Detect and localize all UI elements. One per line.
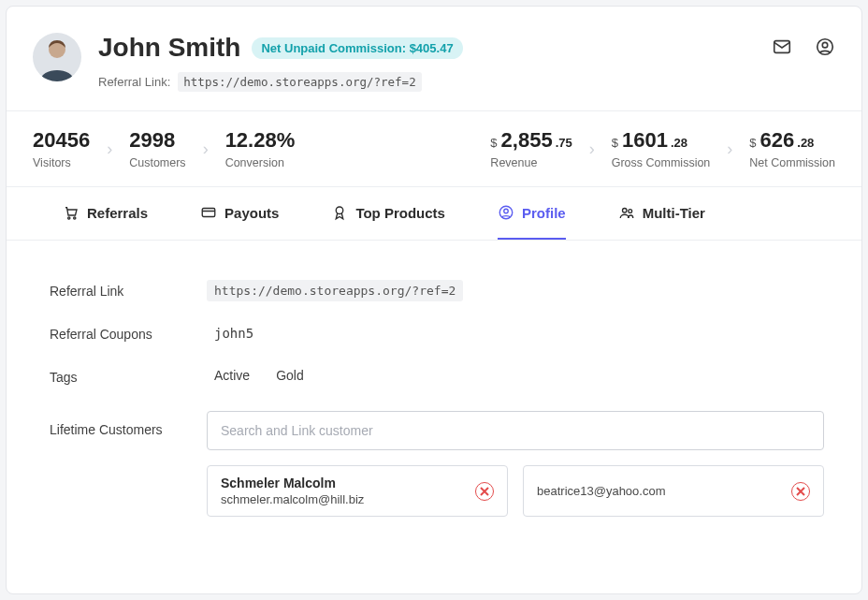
row-tags: Tags Active Gold: [50, 355, 824, 398]
customer-info: Schmeler Malcolm schmeler.malcolm@hill.b…: [221, 476, 364, 506]
tab-label: Top Products: [355, 205, 445, 221]
search-customer-input[interactable]: [207, 411, 824, 450]
stat-label: Net Commission: [749, 156, 835, 169]
award-icon: [331, 204, 348, 221]
card-icon: [200, 204, 217, 221]
header-actions: [772, 33, 835, 57]
stat-customers: 2998 Customers: [129, 128, 185, 169]
cart-icon: [63, 204, 80, 221]
tag: Gold: [276, 368, 304, 383]
stat-label: Revenue: [490, 156, 571, 169]
user-circle-icon[interactable]: [815, 37, 835, 57]
amount: 2,855: [501, 128, 553, 153]
field-label: Tags: [50, 368, 199, 385]
avatar: [33, 33, 81, 81]
stat-value: $ 2,855 .75: [490, 128, 571, 153]
currency: $: [490, 136, 497, 150]
stat-group-right: $ 2,855 .75 Revenue › $ 1601 .28 Gross C…: [490, 128, 835, 169]
row-referral-coupons: Referral Coupons john5: [50, 312, 824, 355]
svg-point-4: [822, 42, 828, 48]
stat-value: 12.28%: [225, 128, 296, 153]
tab-multi-tier[interactable]: Multi-Tier: [618, 187, 705, 240]
svg-point-12: [629, 210, 632, 213]
affiliate-profile-card: John Smith Net Unpaid Commission: $405.4…: [6, 6, 862, 594]
stat-value: 2998: [129, 128, 185, 153]
stat-revenue: $ 2,855 .75 Revenue: [490, 128, 571, 169]
amount: 1601: [622, 128, 668, 153]
customer-card-list: Schmeler Malcolm schmeler.malcolm@hill.b…: [207, 465, 824, 517]
field-label: Referral Coupons: [50, 325, 199, 342]
title-row: John Smith Net Unpaid Commission: $405.4…: [98, 33, 772, 63]
tab-label: Multi-Tier: [643, 205, 705, 221]
stat-visitors: 20456 Visitors: [33, 128, 90, 169]
tab-label: Profile: [522, 205, 566, 221]
profile-body: Referral Link https://demo.storeapps.org…: [7, 241, 861, 563]
user-circle-icon: [498, 204, 514, 221]
stat-net-commission: $ 626 .28 Net Commission: [749, 128, 835, 169]
customer-email: beatrice13@yahoo.com: [537, 480, 666, 502]
field-label: Lifetime Customers: [50, 411, 199, 437]
currency: $: [749, 136, 756, 150]
customer-email: schmeler.malcolm@hill.biz: [221, 492, 364, 506]
stat-conversion: 12.28% Conversion: [225, 128, 296, 169]
svg-point-6: [74, 217, 76, 219]
referral-link-value[interactable]: https://demo.storeapps.org/?ref=2: [178, 72, 421, 92]
stat-value: $ 626 .28: [749, 128, 835, 153]
field-label: Referral Link: [50, 282, 199, 299]
svg-rect-7: [202, 209, 215, 217]
referral-link-label: Referral Link:: [98, 75, 170, 89]
decimals: .28: [797, 136, 814, 150]
svg-point-8: [337, 207, 344, 214]
tag-list: Active Gold: [214, 368, 824, 383]
team-icon: [618, 204, 635, 221]
stat-value: 20456: [33, 128, 90, 153]
tabs: Referrals Payouts Top Products Profile M…: [7, 187, 861, 241]
amount: 626: [760, 128, 795, 153]
currency: $: [612, 136, 618, 150]
stat-label: Customers: [129, 156, 185, 169]
customer-card: Schmeler Malcolm schmeler.malcolm@hill.b…: [207, 465, 508, 517]
unpaid-commission-badge: Net Unpaid Commission: $405.47: [252, 37, 462, 59]
svg-point-5: [68, 217, 70, 219]
decimals: .28: [671, 136, 687, 150]
stat-value: $ 1601 .28: [612, 128, 711, 153]
header-main: John Smith Net Unpaid Commission: $405.4…: [98, 33, 772, 92]
tab-payouts[interactable]: Payouts: [200, 187, 279, 240]
referral-link-row: Referral Link: https://demo.storeapps.or…: [98, 72, 772, 92]
stats-row: 20456 Visitors › 2998 Customers › 12.28%…: [7, 111, 861, 187]
tab-top-products[interactable]: Top Products: [331, 187, 445, 240]
tab-profile[interactable]: Profile: [498, 187, 566, 240]
row-referral-link: Referral Link https://demo.storeapps.org…: [50, 269, 824, 312]
svg-point-10: [504, 209, 509, 213]
stat-group-left: 20456 Visitors › 2998 Customers › 12.28%…: [33, 128, 295, 169]
stat-gross-commission: $ 1601 .28 Gross Commission: [612, 128, 711, 169]
tag: Active: [214, 368, 250, 383]
stat-label: Conversion: [225, 156, 296, 169]
affiliate-name: John Smith: [98, 33, 240, 63]
chevron-right-icon: ›: [107, 139, 112, 159]
remove-customer-button[interactable]: [475, 482, 494, 501]
svg-point-11: [622, 209, 627, 213]
row-lifetime-customers: Lifetime Customers Schmeler Malcolm schm…: [50, 398, 824, 530]
tab-label: Payouts: [224, 205, 279, 221]
decimals: .75: [556, 136, 572, 150]
stat-label: Visitors: [33, 156, 90, 169]
customer-name: Schmeler Malcolm: [221, 476, 364, 490]
header: John Smith Net Unpaid Commission: $405.4…: [7, 7, 861, 111]
remove-customer-button[interactable]: [791, 482, 810, 501]
chevron-right-icon: ›: [589, 139, 595, 159]
customer-card: beatrice13@yahoo.com: [523, 465, 824, 517]
stat-label: Gross Commission: [612, 156, 711, 169]
referral-link-value[interactable]: https://demo.storeapps.org/?ref=2: [207, 280, 463, 301]
mail-icon[interactable]: [772, 37, 792, 57]
referral-coupon-value: john5: [214, 326, 253, 341]
chevron-right-icon: ›: [203, 139, 209, 159]
chevron-right-icon: ›: [727, 139, 732, 159]
customer-info: beatrice13@yahoo.com: [537, 480, 666, 502]
tab-label: Referrals: [87, 205, 148, 221]
tab-referrals[interactable]: Referrals: [63, 187, 148, 240]
